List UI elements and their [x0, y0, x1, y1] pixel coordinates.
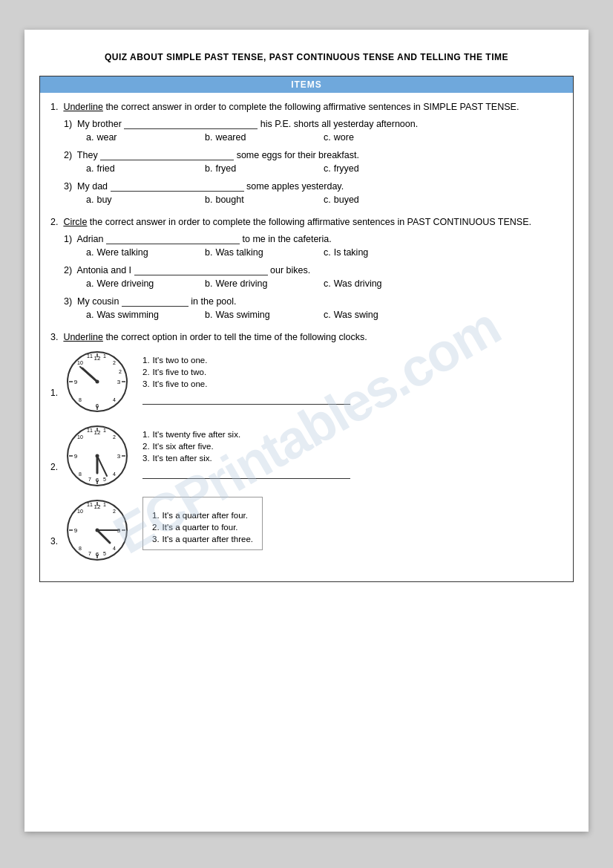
svg-text:5: 5: [103, 477, 106, 482]
s2-q1-text: 1) Adrian to me in the cafeteria.: [64, 234, 563, 244]
svg-text:6: 6: [96, 477, 99, 483]
s1-q2-opt-a: a. fried: [86, 163, 205, 174]
clock-1-opt-2: 2. It's five to two.: [142, 368, 350, 376]
svg-text:11: 11: [87, 502, 93, 507]
svg-text:11: 11: [87, 353, 93, 359]
items-header: ITEMS: [40, 76, 573, 93]
svg-text:7: 7: [88, 477, 91, 482]
s2-q3-options: a. Was swimming b. Was swiming c. Was sw…: [86, 310, 563, 320]
s2-q1-options: a. Were talking b. Was talking c. Is tak…: [86, 247, 563, 258]
section-3: 3. Underline the correct option in order…: [50, 330, 563, 564]
s1-q1-opt-a: a. wear: [86, 132, 205, 143]
svg-point-18: [96, 380, 99, 384]
worksheet: ITEMS 1. Underline the correct answer in…: [39, 76, 574, 582]
s2-q3: 3) My cousin in the pool. a. Was swimmin…: [64, 296, 563, 320]
clock-1-num: 1.: [50, 388, 58, 398]
s2-q1-opt-c: c. Is taking: [324, 247, 442, 258]
clock-3-opt-3: 3. It's a quarter after three.: [152, 535, 253, 544]
clock-3-right: 1. It's a quarter after four. 2. It's a …: [142, 497, 263, 550]
s2-q1-opt-b: b. Was talking: [205, 247, 324, 258]
svg-text:2: 2: [113, 434, 116, 440]
svg-text:6: 6: [96, 551, 99, 558]
s2-q1: 1) Adrian to me in the cafeteria. a. Wer…: [64, 234, 563, 258]
s1-q3-options: a. buy b. bought c. buyed: [86, 195, 563, 205]
content: 1. Underline the correct answer in order…: [40, 93, 573, 581]
clock-3-opt-2: 2. It's a quarter to four.: [152, 523, 253, 532]
section-3-underline: Underline: [63, 332, 103, 342]
section-1-num: 1.: [50, 102, 58, 112]
s1-q2-text: 2) They some eggs for their breakfast.: [64, 150, 563, 160]
s2-q2: 2) Antonia and I our bikes. a. Were driv…: [64, 265, 563, 289]
section-1-title: 1. Underline the correct answer in order…: [50, 100, 563, 114]
svg-text:8: 8: [79, 397, 82, 402]
s1-q3-text: 3) My dad some apples yesterday.: [64, 181, 563, 192]
svg-text:5: 5: [103, 551, 106, 556]
clock-1-face: 12 3 6 9 2 4 8 10 1 2 11: [64, 348, 131, 415]
s1-q1-options: a. wear b. weared c. wore: [86, 132, 563, 143]
svg-point-58: [96, 529, 99, 532]
clock-2-right: 1. It's twenty five after six. 2. It's s…: [142, 422, 350, 479]
svg-text:10: 10: [77, 434, 83, 440]
clock-2-answer-line: [142, 469, 350, 479]
clock-3-options: 1. It's a quarter after four. 2. It's a …: [152, 511, 253, 544]
svg-text:4: 4: [113, 397, 116, 402]
section-2-num: 2.: [50, 217, 58, 227]
svg-text:12: 12: [94, 503, 101, 510]
svg-text:4: 4: [113, 546, 116, 551]
svg-text:7: 7: [88, 551, 91, 556]
svg-text:6: 6: [96, 402, 99, 409]
section-3-instruction: the correct option in order to tell the …: [105, 332, 367, 342]
clock-3-face: 12 3 6 9 1 2 4 5 7 8 10 11: [64, 497, 131, 564]
svg-text:12: 12: [94, 355, 101, 362]
svg-text:1: 1: [103, 502, 106, 507]
s2-q2-text: 2) Antonia and I our bikes.: [64, 265, 563, 275]
s2-q3-opt-c: c. Was swing: [324, 310, 442, 320]
clock-1-opt-3: 3. It's five to one.: [142, 379, 350, 388]
s1-q1-opt-c: c. wore: [324, 132, 442, 143]
svg-text:2: 2: [113, 509, 116, 514]
svg-text:8: 8: [79, 546, 82, 551]
s1-q1-opt-b: b. weared: [205, 132, 324, 143]
clock-2-opt-2: 2. It's six after five.: [142, 442, 350, 451]
svg-text:1: 1: [103, 353, 106, 359]
clock-2-opt-3: 3. It's ten after six.: [142, 454, 350, 463]
svg-text:12: 12: [94, 429, 101, 436]
s1-q1: 1) My brother his P.E. shorts all yester…: [64, 119, 563, 143]
s2-q3-opt-b: b. Was swiming: [205, 310, 324, 320]
s2-q1-opt-a: a. Were talking: [86, 247, 205, 258]
s1-q2: 2) They some eggs for their breakfast. a…: [64, 150, 563, 174]
page: ECPrintables.com QUIZ ABOUT SIMPLE PAST …: [24, 30, 589, 832]
section-2-title: 2. Circle the correct answer in order to…: [50, 215, 563, 229]
s2-q2-opt-b: b. Were driving: [205, 278, 324, 289]
clock-2-face: 12 3 6 9 1 2 4 5 7 8 10 11: [64, 422, 131, 489]
s1-q3-opt-a: a. buy: [86, 195, 205, 205]
svg-text:2: 2: [119, 369, 122, 374]
s1-q3-opt-c: c. buyed: [324, 195, 442, 205]
clock-3-num: 3.: [50, 536, 58, 546]
svg-text:10: 10: [77, 360, 83, 365]
section-2-instruction: the correct answer in order to complete …: [90, 217, 531, 227]
s1-q3-opt-b: b. bought: [205, 195, 324, 205]
svg-text:8: 8: [79, 471, 82, 477]
s2-q3-text: 3) My cousin in the pool.: [64, 296, 563, 307]
clock-1-row: 1. 12 3 6 9: [50, 348, 563, 415]
s2-q3-opt-a: a. Was swimming: [86, 310, 205, 320]
clock-2-options: 1. It's twenty five after six. 2. It's s…: [142, 430, 350, 463]
clock-2-num: 2.: [50, 462, 58, 472]
svg-text:3: 3: [117, 379, 121, 385]
svg-text:11: 11: [87, 428, 93, 433]
clock-1-opt-1: 1. It's two to one.: [142, 356, 350, 365]
svg-text:4: 4: [113, 471, 116, 477]
svg-text:2: 2: [113, 360, 116, 365]
clock-1-options: 1. It's two to one. 2. It's five to two.…: [142, 356, 350, 388]
s2-q2-opt-c: c. Was driving: [324, 278, 442, 289]
s1-q2-options: a. fried b. fryed c. fryyed: [86, 163, 563, 174]
section-2: 2. Circle the correct answer in order to…: [50, 215, 563, 320]
clock-3-row: 3. 12 3 6 9 1 2: [50, 497, 563, 564]
svg-point-38: [96, 454, 99, 458]
svg-text:9: 9: [74, 453, 78, 460]
svg-text:3: 3: [117, 453, 121, 460]
clock-3-opt-1: 1. It's a quarter after four.: [152, 511, 253, 520]
clock-2-row: 2. 12 3 6 9 1 2: [50, 422, 563, 489]
clock-1-answer-line: [142, 394, 350, 405]
